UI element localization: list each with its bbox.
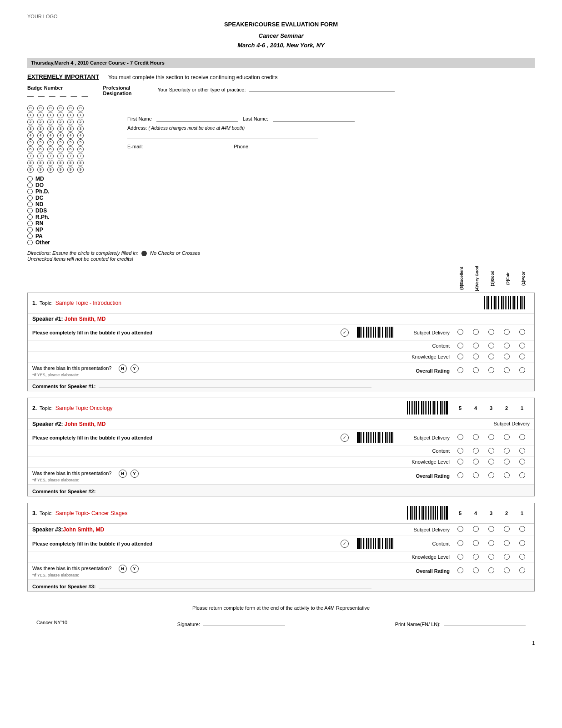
first-name-field[interactable] — [156, 114, 238, 121]
rating-radio[interactable] — [488, 434, 494, 440]
rating-radio[interactable] — [473, 459, 479, 465]
cred-radio-pa[interactable] — [27, 233, 33, 239]
attend3-circle[interactable]: ✓ — [341, 540, 349, 548]
rating-radio[interactable] — [457, 554, 463, 560]
rating-radio[interactable] — [488, 354, 494, 359]
rating-radio[interactable] — [488, 472, 494, 478]
knowledge3-label: Knowledge Level — [398, 554, 452, 560]
bias3-no[interactable]: N — [119, 565, 127, 573]
rating-radio[interactable] — [457, 354, 463, 359]
cred-radio-dds[interactable] — [27, 208, 33, 213]
rating-radio[interactable] — [519, 367, 525, 373]
cred-radio[interactable] — [27, 176, 33, 182]
comments2-field[interactable] — [99, 487, 371, 493]
bias2-yes[interactable]: Y — [130, 470, 139, 478]
rating-radio[interactable] — [488, 567, 494, 573]
digit-bubble: 8 — [47, 160, 54, 166]
rating-radio[interactable] — [473, 567, 479, 573]
rating-radio[interactable] — [504, 354, 510, 359]
attend1-circle[interactable]: ✓ — [341, 329, 349, 337]
svg-rect-43 — [389, 327, 390, 338]
svg-rect-19 — [517, 296, 518, 309]
rating-radio[interactable] — [519, 459, 525, 465]
bias1-yes[interactable]: Y — [130, 364, 139, 373]
email-field[interactable] — [147, 142, 229, 149]
rating-radio[interactable] — [488, 329, 494, 335]
rating-radio[interactable] — [473, 554, 479, 560]
cred-radio-dc[interactable] — [27, 195, 33, 201]
rating-radio[interactable] — [504, 367, 510, 373]
rating-radio[interactable] — [504, 567, 510, 573]
rating-radio[interactable] — [473, 367, 479, 373]
rating-radio[interactable] — [488, 459, 494, 465]
digit-bubble: 4 — [67, 132, 74, 139]
last-name-field[interactable] — [273, 114, 355, 121]
rating-radio[interactable] — [488, 526, 494, 532]
cred-radio-rph[interactable] — [27, 214, 33, 220]
rating-radio[interactable] — [519, 434, 525, 440]
rating-radio[interactable] — [457, 367, 463, 373]
rating-radio[interactable] — [504, 554, 510, 560]
cred-radio-nd[interactable] — [27, 202, 33, 207]
cred-radio-phd[interactable] — [27, 189, 33, 194]
specialty-field: Your Specilaity or other type of practic… — [157, 85, 535, 92]
rating-radio[interactable] — [519, 540, 525, 546]
svg-rect-75 — [365, 432, 365, 443]
comments3-field[interactable] — [99, 582, 371, 588]
digit-bubble: 4 — [27, 132, 34, 139]
rating-radio[interactable] — [488, 343, 494, 349]
address-field[interactable] — [127, 132, 318, 138]
rating-radio[interactable] — [457, 448, 463, 454]
rating-radio[interactable] — [457, 567, 463, 573]
rating-radio[interactable] — [519, 343, 525, 349]
rating-radio[interactable] — [457, 540, 463, 546]
rating-radio[interactable] — [519, 526, 525, 532]
rating-radio[interactable] — [473, 434, 479, 440]
rating-radio[interactable] — [457, 526, 463, 532]
rating-radio[interactable] — [488, 367, 494, 373]
rating-radio[interactable] — [504, 434, 510, 440]
rating-radio[interactable] — [519, 554, 525, 560]
rating-radio[interactable] — [473, 526, 479, 532]
rating-radio[interactable] — [473, 329, 479, 335]
bias2-no[interactable]: N — [119, 470, 127, 478]
svg-rect-85 — [382, 432, 383, 443]
rating-radio[interactable] — [519, 472, 525, 478]
signature-field[interactable] — [203, 620, 285, 626]
bias1-no[interactable]: N — [119, 364, 127, 373]
rating-radio[interactable] — [519, 329, 525, 335]
cred-radio-rn[interactable] — [27, 221, 33, 226]
rating-radio[interactable] — [473, 540, 479, 546]
rating-radio[interactable] — [488, 554, 494, 560]
cred-radio-other[interactable] — [27, 240, 33, 245]
bias3-yes[interactable]: Y — [130, 565, 139, 573]
rating-radio[interactable] — [457, 472, 463, 478]
rating-radio[interactable] — [504, 472, 510, 478]
rating-radio[interactable] — [488, 448, 494, 454]
rating-radio[interactable] — [504, 540, 510, 546]
rating-radio[interactable] — [504, 459, 510, 465]
cred-radio-do[interactable] — [27, 182, 33, 188]
svg-rect-9 — [500, 296, 500, 309]
rating-radio[interactable] — [457, 329, 463, 335]
rating-radio[interactable] — [457, 343, 463, 349]
attend2-circle[interactable]: ✓ — [341, 434, 349, 442]
rating-radio[interactable] — [473, 343, 479, 349]
rating-radio[interactable] — [473, 448, 479, 454]
comments1-field[interactable] — [99, 382, 371, 388]
rating-radio[interactable] — [519, 567, 525, 573]
rating-radio[interactable] — [457, 459, 463, 465]
print-name-field[interactable] — [444, 620, 526, 626]
rating-radio[interactable] — [519, 448, 525, 454]
phone-field[interactable] — [254, 142, 336, 149]
rating-radio[interactable] — [504, 329, 510, 335]
rating-radio[interactable] — [519, 354, 525, 359]
rating-radio[interactable] — [504, 343, 510, 349]
rating-radio[interactable] — [473, 354, 479, 359]
rating-radio[interactable] — [457, 434, 463, 440]
rating-radio[interactable] — [504, 448, 510, 454]
cred-radio-np[interactable] — [27, 227, 33, 233]
rating-radio[interactable] — [504, 526, 510, 532]
rating-radio[interactable] — [473, 472, 479, 478]
rating-radio[interactable] — [488, 540, 494, 546]
